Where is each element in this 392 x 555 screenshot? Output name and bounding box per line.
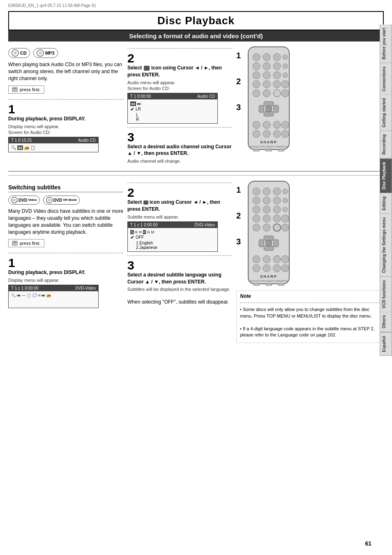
note-item-1-text: Some discs will only allow you to change… (240, 307, 372, 318)
step3-heading-top: Select a desired audio channel using Cur… (127, 144, 231, 157)
svg-point-53 (14, 244, 14, 244)
svg-point-36 (273, 121, 281, 129)
screen-body-b-s1: 🔍 ⏮ — 📋 💬 ≡ ⏭ 📻 (9, 291, 98, 308)
svg-point-1 (14, 52, 16, 54)
screen-body-step2: ⏮ ⏭ ✔LR L R (128, 99, 217, 123)
svg-point-34 (253, 121, 260, 129)
divider-bottom-1 (8, 253, 123, 253)
svg-point-82 (263, 256, 270, 263)
svg-rect-32 (274, 105, 279, 113)
screen-header-left-b-s1: T 1 c 1 0:00:00 (11, 286, 39, 290)
screen-mockup-step1-bottom: T 1 c 1 0:00:00 DVD-Video 🔍 ⏮ — 📋 💬 ≡ ⏭ (8, 285, 99, 308)
screen-header-right-s1: Audio CD (78, 138, 96, 143)
divider-bottom-3 (127, 255, 232, 256)
screen-header-left-s2: T 1 0:00:00 (130, 94, 151, 99)
screen-mockup-step2-bottom: T 1 c 1 0:00:00 DVD-Video G K H ≡ G M (127, 221, 218, 252)
screen-choice-off: ✔OFF (130, 235, 215, 240)
svg-point-70 (273, 215, 281, 222)
svg-point-84 (281, 256, 289, 263)
step-ind-1-bottom: 1 (236, 185, 241, 195)
svg-point-12 (283, 55, 288, 60)
svg-point-57 (263, 188, 270, 195)
divider-top-1 (8, 99, 123, 100)
svg-point-85 (253, 265, 260, 272)
svg-point-20 (283, 73, 288, 78)
step3-heading-bottom: Select a desired subtitle language using… (127, 272, 221, 285)
top-right-col: 1 2 3 (236, 45, 384, 164)
top-mid-col: 2 Select icon using Cursor ◄ / ►, then p… (127, 45, 232, 164)
svg-point-9 (253, 53, 260, 61)
step-ind-2-top: 2 (236, 77, 241, 86)
svg-point-83 (273, 256, 281, 263)
svg-point-25 (253, 90, 260, 97)
subtitle-icon (143, 200, 148, 205)
screen-header-b-s2: T 1 c 1 0:00:00 DVD-Video (128, 222, 217, 228)
svg-point-81 (253, 256, 260, 263)
step-ind-1-top: 1 (236, 51, 241, 60)
svg-point-54 (15, 244, 16, 244)
screen-icons-b-s1: 🔍 ⏮ — 📋 💬 ≡ ⏭ 📻 (11, 293, 96, 297)
step3-sub-bottom: Subtitles will be displayed in the selec… (127, 287, 232, 292)
svg-rect-4 (12, 87, 17, 92)
screen-header-left-b-s2: T 1 c 1 0:00:00 (130, 223, 158, 227)
press-first-box-bottom: press first. (8, 239, 44, 247)
svg-point-72 (253, 224, 260, 231)
svg-point-21 (253, 81, 260, 88)
audio-icon (144, 66, 150, 71)
dvd-video-disc-icon (11, 197, 18, 203)
remote-control-bottom: SHARP VIDEO/DVD RECORDER COMBINATION (244, 179, 293, 287)
svg-point-64 (253, 206, 260, 213)
page-number: 61 (365, 540, 371, 547)
step-ind-2-bottom: 2 (236, 211, 241, 221)
screen-header-step2: T 1 0:00:00 Audio CD (128, 93, 217, 99)
subsection-heading-subtitles: Switching subtitles (8, 184, 123, 192)
svg-point-60 (253, 197, 260, 204)
step1-number-bottom: 1 (8, 257, 123, 269)
remote-control-top: SHARP VIDEO/DVD RECORDER COMBINATION (244, 45, 293, 153)
svg-point-62 (273, 197, 281, 204)
screen-mockup-step2-top: T 1 0:00:00 Audio CD ⏮ ⏭ ✔LR L R (127, 93, 218, 124)
note-item-1: • Some discs will only allow you to chan… (240, 306, 380, 319)
svg-point-71 (281, 215, 289, 222)
remote-area-bottom: 1 2 3 (236, 179, 384, 287)
note-item-2: • If a 4-digit language code appears in … (240, 326, 380, 339)
svg-point-3 (39, 52, 41, 54)
sidebar-tab-others[interactable]: Others (380, 312, 392, 332)
svg-text:SHARP: SHARP (260, 140, 277, 144)
sidebar-tab-espanol[interactable]: Español (380, 332, 392, 356)
remote-icon-bottom (12, 241, 18, 246)
main-title: Disc Playback (9, 14, 383, 27)
screen-body-b-s2: G K H ≡ G M ✔OFF 1.English 2.Japanese (128, 228, 217, 251)
file-info: E9656UD_EN_1.qx4 05.7.15 11:56 AM Page 6… (8, 3, 96, 8)
step1-top: 1 During playback, press DISPLAY. Displa… (8, 103, 123, 152)
note-title: Note (240, 293, 380, 299)
screen-icons-b-s2: G K H ≡ G M (130, 230, 215, 234)
svg-point-26 (263, 90, 270, 97)
svg-point-10 (263, 53, 270, 61)
page-wrapper: E9656UD_EN_1.qx4 05.7.15 11:56 AM Page 6… (0, 0, 392, 555)
svg-point-7 (15, 90, 16, 91)
step2-sub-top: Audio menu will appear. (127, 80, 232, 85)
svg-point-19 (273, 71, 281, 79)
screen-mockup-step1-top: T 1 0:15:25 Audio CD 🔍 ⏮ 📻 📋 (8, 137, 99, 152)
svg-text:VIDEO/DVD RECORDER COMBINATION: VIDEO/DVD RECORDER COMBINATION (249, 280, 288, 282)
svg-point-23 (273, 81, 281, 88)
step2-bottom: 2 Select icon using Cursor ◄ / ►, then p… (127, 187, 232, 252)
svg-point-33 (265, 106, 272, 112)
step3-top: 3 Select a desired audio channel using C… (127, 131, 232, 164)
svg-rect-52 (13, 242, 16, 243)
svg-point-65 (263, 206, 270, 213)
divider-top-2 (127, 48, 232, 49)
format-icons-bottom: DVD Video DVD VR Mode (8, 196, 123, 205)
step1-screen-label-top: Screen for Audio CD: (8, 130, 123, 135)
step3-extra-bottom: When selecting "OFF", subtitles will dis… (127, 299, 232, 306)
svg-point-16 (283, 64, 288, 69)
top-section: CD MP3 When playing back Audio CDs or MP… (8, 41, 384, 168)
svg-point-39 (263, 130, 270, 138)
section-title-bar: Selecting a format of audio and video (c… (8, 30, 384, 41)
svg-point-18 (263, 71, 270, 79)
step2-sub-bottom: Subtitle menu will appear. (127, 214, 232, 219)
section-divider (8, 171, 384, 172)
dvd-vr-disc-icon (46, 197, 53, 203)
cd-disc-icon (12, 49, 19, 57)
